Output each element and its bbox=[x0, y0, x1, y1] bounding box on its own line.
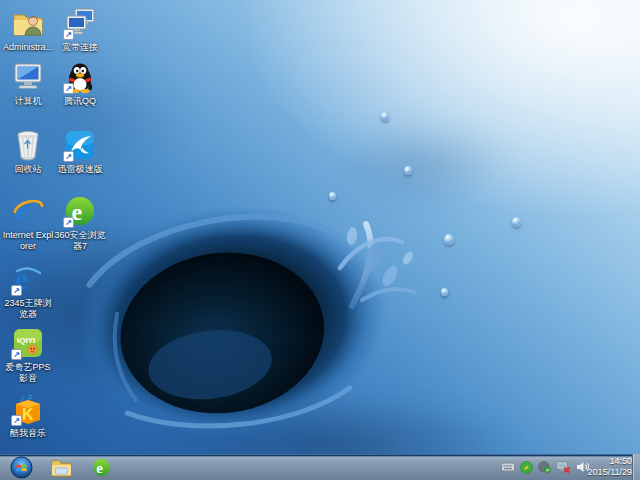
ie-icon: e bbox=[11, 194, 45, 228]
desktop-wallpaper: Administra... ↗ 宽带连接 bbox=[0, 0, 640, 480]
shortcut-arrow-icon: ↗ bbox=[63, 29, 74, 40]
icon-label: 腾讯QQ bbox=[64, 96, 96, 107]
icon-label: 酷我音乐 bbox=[10, 428, 46, 439]
desktop-icon-2345-browser[interactable]: e ↗ 2345王牌浏览器 bbox=[2, 262, 54, 320]
icon-label: 回收站 bbox=[15, 164, 42, 175]
water-droplet bbox=[444, 234, 454, 245]
icon-label: 计算机 bbox=[15, 96, 42, 107]
desktop-icon-administrator[interactable]: Administra... bbox=[2, 6, 54, 53]
kuwo-music-icon: K ♪ ♫ ↗ bbox=[11, 392, 45, 426]
desktop-icon-computer[interactable]: 计算机 bbox=[2, 60, 54, 107]
icon-label: Administra... bbox=[3, 42, 53, 53]
desktop-icon-thunder[interactable]: ↗ 迅雷极速版 bbox=[54, 128, 106, 175]
qq-penguin-icon: ↗ bbox=[63, 60, 97, 94]
system-tray bbox=[501, 454, 590, 480]
computer-icon bbox=[11, 60, 45, 94]
360-browser-icon: e bbox=[91, 457, 112, 478]
icon-label: 迅雷极速版 bbox=[58, 164, 103, 175]
shortcut-arrow-icon: ↗ bbox=[63, 83, 74, 94]
water-droplet bbox=[441, 288, 448, 296]
svg-text:♪: ♪ bbox=[20, 394, 24, 403]
input-keyboard-icon[interactable] bbox=[501, 462, 515, 472]
desktop-icon-kuwo-music[interactable]: K ♪ ♫ ↗ 酷我音乐 bbox=[2, 392, 54, 439]
security-shield-status-icon[interactable] bbox=[538, 461, 551, 474]
icon-label: 宽带连接 bbox=[62, 42, 98, 53]
thunder-bird-icon: ↗ bbox=[63, 128, 97, 162]
water-droplet bbox=[512, 217, 521, 227]
water-droplet bbox=[381, 112, 389, 121]
shortcut-arrow-icon: ↗ bbox=[63, 151, 74, 162]
recycle-bin-icon bbox=[11, 128, 45, 162]
svg-text:e: e bbox=[16, 195, 28, 226]
user-folder-icon bbox=[11, 6, 45, 40]
shortcut-arrow-icon: ↗ bbox=[63, 217, 74, 228]
clock-date: 2015/11/29 bbox=[588, 467, 632, 478]
show-desktop-button[interactable] bbox=[632, 454, 640, 480]
water-ripple-shade bbox=[330, 120, 510, 210]
two-computers-icon: ↗ bbox=[63, 6, 97, 40]
360-browser-icon: e ↗ bbox=[63, 194, 97, 228]
svg-text:iQIYI: iQIYI bbox=[17, 336, 35, 345]
taskbar-windows-explorer[interactable] bbox=[46, 455, 76, 479]
desktop-icon-iqiyi-pps[interactable]: iQIYI ↗ 爱奇艺PPS 影音 bbox=[2, 326, 54, 384]
svg-text:♫: ♫ bbox=[27, 393, 32, 400]
icon-label: Internet Explorer bbox=[2, 230, 54, 252]
explorer-folder-icon bbox=[50, 457, 72, 477]
desktop-icon-internet-explorer[interactable]: e Internet Explorer bbox=[2, 194, 54, 252]
network-disconnected-icon[interactable] bbox=[556, 461, 571, 474]
shortcut-arrow-icon: ↗ bbox=[11, 349, 22, 360]
icon-label: 爱奇艺PPS 影音 bbox=[2, 362, 54, 384]
icon-label: 2345王牌浏览器 bbox=[2, 298, 54, 320]
svg-text:e: e bbox=[96, 459, 103, 475]
water-droplet bbox=[329, 192, 336, 200]
shortcut-arrow-icon: ↗ bbox=[11, 415, 22, 426]
360-safety-guard-icon[interactable] bbox=[520, 461, 533, 474]
svg-text:K: K bbox=[22, 406, 34, 423]
desktop-icon-recycle-bin[interactable]: 回收站 bbox=[2, 128, 54, 175]
icon-label: 360安全浏览器7 bbox=[54, 230, 106, 252]
shortcut-arrow-icon: ↗ bbox=[11, 285, 22, 296]
2345-browser-icon: e ↗ bbox=[11, 262, 45, 296]
taskbar-clock[interactable]: 14:50 2015/11/29 bbox=[588, 454, 632, 480]
taskbar-360-browser[interactable]: e bbox=[86, 455, 116, 479]
clock-time: 14:50 bbox=[609, 456, 632, 467]
desktop-icon-360-browser[interactable]: e ↗ 360安全浏览器7 bbox=[54, 194, 106, 252]
iqiyi-icon: iQIYI ↗ bbox=[11, 326, 45, 360]
desktop-icon-qq[interactable]: ↗ 腾讯QQ bbox=[54, 60, 106, 107]
windows-logo-icon bbox=[10, 456, 33, 479]
start-button[interactable] bbox=[6, 455, 36, 479]
water-droplet bbox=[404, 166, 412, 175]
desktop-icon-broadband-connection[interactable]: ↗ 宽带连接 bbox=[54, 6, 106, 53]
taskbar: e bbox=[0, 454, 640, 480]
